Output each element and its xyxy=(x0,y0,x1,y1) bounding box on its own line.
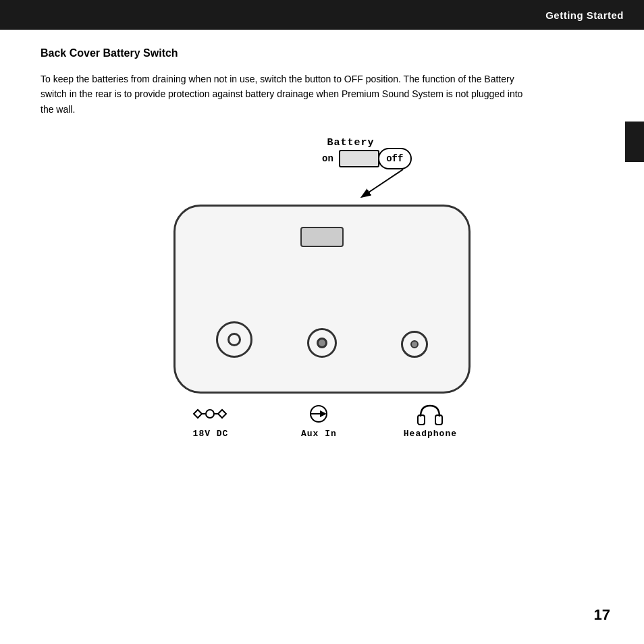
battery-label: Battery xyxy=(322,137,379,149)
header-title: Getting Started xyxy=(545,9,624,21)
label-group-dc: 18V DC xyxy=(187,402,234,439)
aux-icon-area xyxy=(305,402,332,426)
label-headphone-text: Headphone xyxy=(404,429,457,439)
battery-callout-area: Battery on off xyxy=(173,137,471,198)
page-number: 17 xyxy=(594,606,610,624)
port-aux-inner xyxy=(317,338,327,348)
label-group-aux: Aux In xyxy=(301,402,337,439)
port-headphone xyxy=(401,331,428,358)
diagram-container: Battery on off xyxy=(41,137,603,439)
panel-battery-switch xyxy=(300,227,344,247)
switch-on-label: on xyxy=(322,153,333,164)
port-dc-inner xyxy=(227,333,241,346)
port-aux xyxy=(307,328,337,358)
arrow-svg xyxy=(342,163,423,203)
dc-icon xyxy=(187,403,234,425)
svg-marker-5 xyxy=(218,410,226,418)
headphone-icon xyxy=(415,402,445,426)
body-text: To keep the batteries from draining when… xyxy=(41,72,527,117)
headphone-icon-area xyxy=(415,402,445,426)
section-title: Back Cover Battery Switch xyxy=(41,47,603,59)
svg-marker-1 xyxy=(194,410,202,418)
header-bar: Getting Started xyxy=(0,0,644,30)
port-labels-row: 18V DC Aux In xyxy=(173,402,471,439)
side-tab xyxy=(625,122,644,162)
svg-rect-9 xyxy=(418,415,425,425)
dc-icon-area xyxy=(187,402,234,426)
svg-rect-10 xyxy=(435,415,442,425)
device-panel xyxy=(173,205,471,394)
main-content: Back Cover Battery Switch To keep the ba… xyxy=(41,47,603,439)
label-group-headphone: Headphone xyxy=(404,402,457,439)
port-dc xyxy=(216,321,252,358)
svg-point-3 xyxy=(206,410,214,418)
port-headphone-inner xyxy=(410,340,419,348)
label-dc-text: 18V DC xyxy=(193,429,229,439)
aux-icon xyxy=(305,403,332,425)
label-aux-text: Aux In xyxy=(301,429,337,439)
